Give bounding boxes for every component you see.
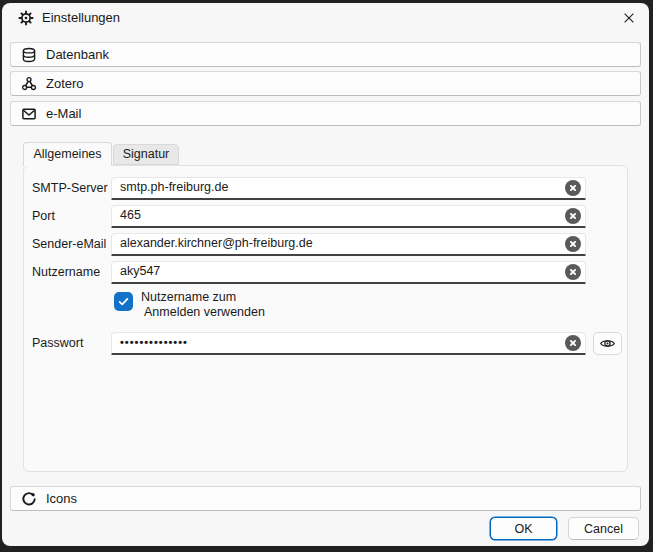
smtp-server-input[interactable]	[111, 177, 586, 200]
show-password-button[interactable]	[593, 332, 622, 355]
section-header-zotero[interactable]: Zotero	[10, 71, 641, 96]
refresh-icon	[21, 491, 37, 507]
email-settings-panel: SMTP-Server Port	[23, 165, 628, 472]
clear-x-icon	[568, 239, 578, 249]
password-label: Passwort	[32, 332, 110, 355]
smtp-server-row: SMTP-Server	[24, 177, 627, 200]
section-header-datenbank[interactable]: Datenbank	[10, 42, 641, 67]
port-input[interactable]	[111, 205, 586, 228]
clear-username-button[interactable]	[565, 264, 581, 280]
use-username-checkbox-label: Nutzername zum Anmelden verwenden	[141, 290, 265, 320]
section-label: Zotero	[46, 76, 84, 91]
dialog-title: Einstellungen	[42, 3, 120, 33]
clear-x-icon	[568, 183, 578, 193]
sender-email-label: Sender-eMail	[32, 233, 110, 256]
port-label: Port	[32, 205, 110, 228]
mail-icon	[21, 106, 37, 122]
clear-password-button[interactable]	[565, 335, 581, 351]
section-header-email[interactable]: e-Mail	[10, 101, 641, 126]
ok-button[interactable]: OK	[490, 517, 557, 540]
section-label: Icons	[46, 491, 77, 506]
password-input[interactable]	[111, 332, 586, 355]
clear-x-icon	[568, 211, 578, 221]
zotero-icon	[21, 76, 37, 92]
username-label: Nutzername	[32, 261, 110, 284]
sender-email-input[interactable]	[111, 233, 586, 256]
username-input[interactable]	[111, 261, 586, 284]
clear-smtp-server-button[interactable]	[565, 180, 581, 196]
section-label: Datenbank	[46, 47, 109, 62]
clear-x-icon	[568, 267, 578, 277]
close-button[interactable]	[617, 7, 641, 29]
smtp-server-label: SMTP-Server	[32, 177, 110, 200]
tab-signatur[interactable]: Signatur	[113, 144, 179, 165]
database-icon	[21, 47, 37, 63]
clear-sender-email-button[interactable]	[565, 236, 581, 252]
close-icon	[622, 11, 636, 25]
use-username-checkbox[interactable]	[114, 292, 133, 311]
clear-port-button[interactable]	[565, 208, 581, 224]
password-row: Passwort	[24, 332, 627, 355]
username-row: Nutzername	[24, 261, 627, 284]
settings-dialog: Einstellungen Datenbank Zotero	[2, 3, 649, 546]
port-row: Port	[24, 205, 627, 228]
clear-x-icon	[568, 338, 578, 348]
section-label: e-Mail	[46, 106, 81, 121]
eye-icon	[599, 335, 616, 352]
gear-icon	[18, 10, 34, 26]
section-header-icons[interactable]: Icons	[10, 486, 641, 511]
cancel-button[interactable]: Cancel	[568, 517, 639, 540]
sender-email-row: Sender-eMail	[24, 233, 627, 256]
tab-allgemeines[interactable]: Allgemeines	[23, 142, 112, 166]
title-bar: Einstellungen	[2, 3, 649, 33]
checkmark-icon	[117, 295, 130, 308]
